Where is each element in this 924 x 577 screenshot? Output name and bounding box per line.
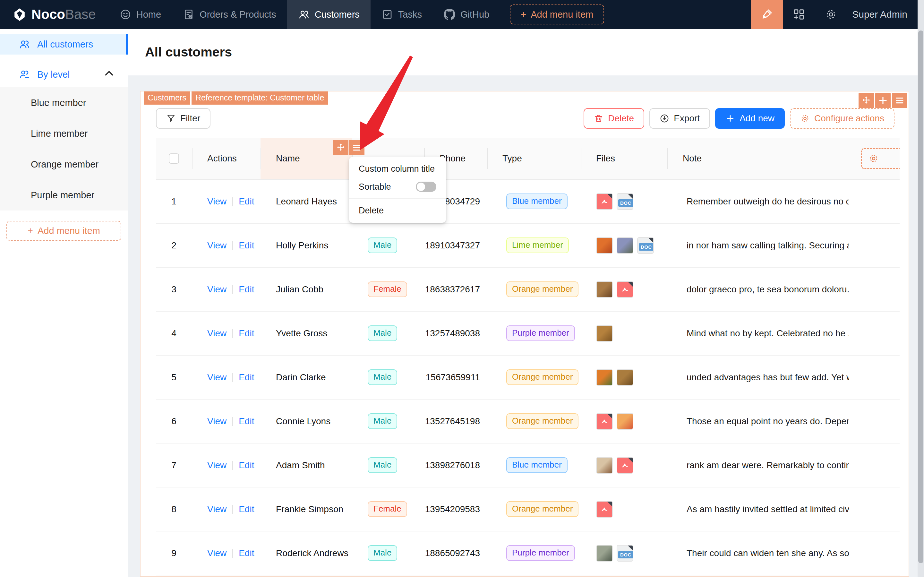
image-thumbnail-coffee[interactable] xyxy=(596,457,613,474)
nav-item-customers[interactable]: Customers xyxy=(287,0,370,29)
row-index-cell[interactable]: 9 xyxy=(156,531,192,575)
extra-cell xyxy=(849,355,900,399)
image-thumbnail-fruit[interactable] xyxy=(596,237,613,254)
window-scrollbar[interactable] xyxy=(918,0,924,577)
row-index-cell[interactable]: 2 xyxy=(156,223,192,267)
gender-tag: Male xyxy=(368,369,397,385)
gender-cell: Male xyxy=(352,223,424,267)
doc-file-icon[interactable]: DOC xyxy=(617,545,633,562)
view-link[interactable]: View xyxy=(207,504,227,514)
block-add-button[interactable] xyxy=(875,93,891,108)
view-link[interactable]: View xyxy=(207,197,227,206)
nav-item-home[interactable]: Home xyxy=(109,0,172,29)
add-new-button[interactable]: Add new xyxy=(715,108,785,129)
pdf-file-icon[interactable] xyxy=(596,413,613,430)
edit-link[interactable]: Edit xyxy=(239,197,254,206)
image-thumbnail-food[interactable] xyxy=(596,281,613,298)
row-index-cell[interactable]: 5 xyxy=(156,355,192,399)
nocobase-logo[interactable]: NocoBase xyxy=(12,7,96,22)
row-index-cell[interactable]: 4 xyxy=(156,311,192,355)
block-designer-tags: Customers Reference template: Customer t… xyxy=(144,92,328,105)
block-drag-handle[interactable] xyxy=(858,93,874,108)
view-link[interactable]: View xyxy=(207,548,227,558)
nav-item-orders-products[interactable]: Orders & Products xyxy=(172,0,287,29)
row-index-cell[interactable]: 8 xyxy=(156,487,192,531)
nav-item-github[interactable]: GitHub xyxy=(433,0,500,29)
sortable-toggle[interactable] xyxy=(416,182,436,192)
name-cell: Roderick Andrews xyxy=(261,531,352,575)
sidebar-item-blue-member[interactable]: Blue member xyxy=(0,87,128,118)
menu-item-sortable[interactable]: Sortable xyxy=(349,178,446,196)
image-thumbnail-flowers[interactable] xyxy=(617,237,633,254)
view-link[interactable]: View xyxy=(207,240,227,250)
edit-link[interactable]: Edit xyxy=(239,504,254,514)
table-row: 9ViewEditRoderick AndrewsMale18865092743… xyxy=(156,531,900,575)
row-index-cell[interactable]: 1 xyxy=(156,179,192,223)
block-menu-button[interactable] xyxy=(892,93,907,108)
note-cell: in nor ham saw calling talking. Securing… xyxy=(667,223,849,267)
settings-button[interactable] xyxy=(815,0,847,29)
row-index-cell[interactable]: 6 xyxy=(156,399,192,443)
user-menu[interactable]: Super Admin xyxy=(852,9,907,20)
row-actions-cell: ViewEdit xyxy=(192,179,261,223)
edit-link[interactable]: Edit xyxy=(239,372,254,382)
edit-link[interactable]: Edit xyxy=(239,460,254,470)
column-header-select[interactable] xyxy=(156,138,192,179)
export-button[interactable]: Export xyxy=(649,108,710,129)
row-index-cell[interactable]: 3 xyxy=(156,267,192,311)
ui-editor-button[interactable] xyxy=(751,0,783,29)
sidebar-add-menu-item-button[interactable]: +Add menu item xyxy=(6,221,121,241)
row-index-cell[interactable]: 7 xyxy=(156,443,192,487)
pdf-file-icon[interactable] xyxy=(617,281,633,298)
doc-file-icon[interactable]: DOC xyxy=(637,237,654,254)
filter-button[interactable]: Filter xyxy=(156,108,211,129)
sidebar-item-all-customers[interactable]: All customers xyxy=(0,34,128,55)
image-thumbnail-peaches[interactable] xyxy=(617,413,633,430)
select-all-checkbox[interactable] xyxy=(169,153,179,164)
image-thumbnail-cookies[interactable] xyxy=(596,325,613,342)
image-thumbnail-plants[interactable] xyxy=(596,545,613,562)
edit-link[interactable]: Edit xyxy=(239,240,254,250)
edit-link[interactable]: Edit xyxy=(239,416,254,426)
sidebar-item-lime-member[interactable]: Lime member xyxy=(0,118,128,149)
sidebar-item-purple-member[interactable]: Purple member xyxy=(0,180,128,211)
divider xyxy=(232,373,233,382)
image-thumbnail-oranges[interactable] xyxy=(596,369,613,386)
view-link[interactable]: View xyxy=(207,284,227,294)
nav-item-tasks[interactable]: Tasks xyxy=(370,0,433,29)
sidebar-item-orange-member[interactable]: Orange member xyxy=(0,149,128,180)
nocobase-logo-icon xyxy=(12,7,27,22)
gender-cell: Female xyxy=(352,267,424,311)
view-link[interactable]: View xyxy=(207,416,227,426)
divider xyxy=(232,417,233,426)
github-icon xyxy=(444,9,455,20)
doc-file-icon[interactable]: DOC xyxy=(617,193,633,210)
menu-item-custom-column-title[interactable]: Custom column title xyxy=(349,160,446,178)
plugin-blocks-button[interactable] xyxy=(783,0,815,29)
delete-button[interactable]: Delete xyxy=(584,108,644,129)
nav-add-menu-item-button[interactable]: + Add menu item xyxy=(510,5,604,24)
gear-icon xyxy=(825,8,837,21)
configure-actions-button[interactable]: Configure actions xyxy=(790,108,895,129)
pdf-file-icon[interactable] xyxy=(596,501,613,517)
view-link[interactable]: View xyxy=(207,328,227,338)
pdf-file-icon[interactable] xyxy=(596,193,613,210)
name-cell: Leonard Hayes xyxy=(261,179,352,223)
column-menu-button[interactable] xyxy=(349,140,364,155)
scrollbar-thumb[interactable] xyxy=(918,31,923,563)
pdf-file-icon[interactable] xyxy=(617,457,633,474)
edit-link[interactable]: Edit xyxy=(239,548,254,558)
view-link[interactable]: View xyxy=(207,460,227,470)
configure-columns-button-partial[interactable] xyxy=(861,148,900,169)
image-thumbnail-cookies[interactable] xyxy=(617,369,633,386)
edit-link[interactable]: Edit xyxy=(239,328,254,338)
edit-link[interactable]: Edit xyxy=(239,284,254,294)
extra-cell xyxy=(849,531,900,575)
view-link[interactable]: View xyxy=(207,372,227,382)
sidebar-item-by-level[interactable]: By level xyxy=(0,64,128,85)
column-header-actions: Actions xyxy=(192,138,261,179)
toolbar-actions: Delete Export Add new Configure act xyxy=(584,108,895,129)
menu-item-delete-column[interactable]: Delete xyxy=(349,201,446,219)
column-drag-handle[interactable] xyxy=(333,140,348,155)
block-designer-toolbar xyxy=(858,93,907,108)
